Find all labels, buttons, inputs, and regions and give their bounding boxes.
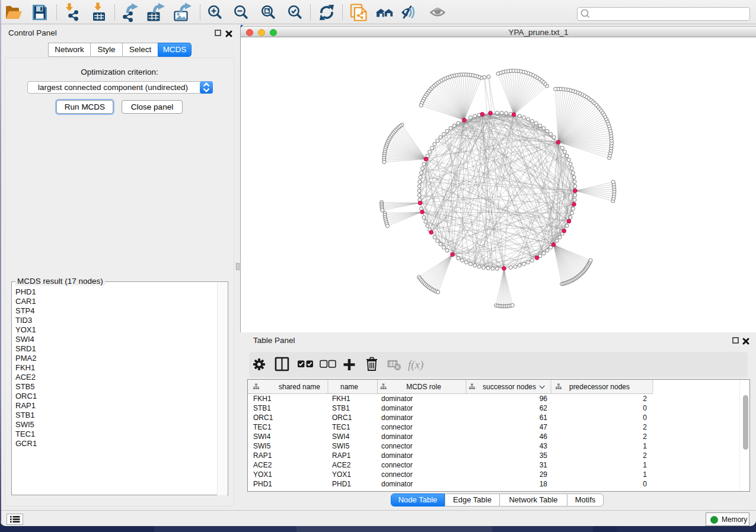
svg-text:shared name: shared name	[279, 383, 320, 391]
svg-text:f(x): f(x)	[408, 358, 423, 371]
svg-text:MCDS role: MCDS role	[406, 383, 441, 391]
svg-text:name: name	[340, 383, 358, 391]
svg-text:predecessor nodes: predecessor nodes	[569, 383, 630, 391]
svg-text:successor nodes: successor nodes	[483, 383, 536, 391]
